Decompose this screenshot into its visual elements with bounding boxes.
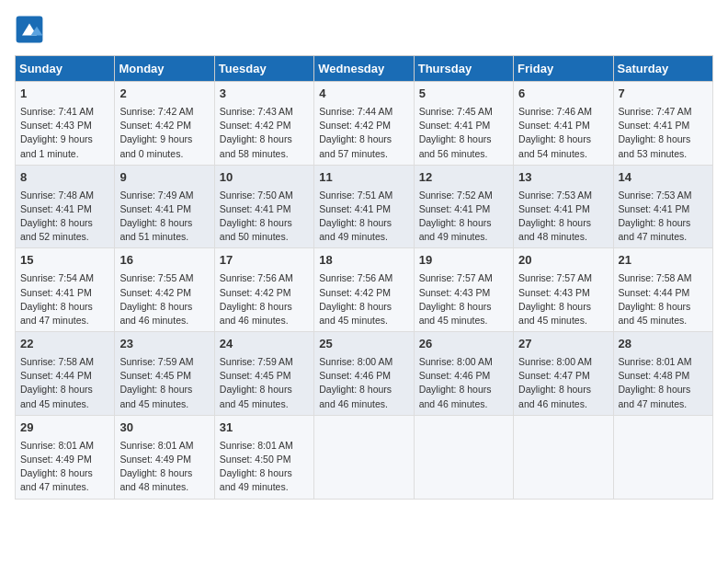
daylight-text: Daylight: 8 hours and 45 minutes. [220,383,309,410]
header-day-tuesday: Tuesday [214,56,313,82]
sunrise-text: Sunrise: 7:59 AM [119,355,209,369]
day-number: 23 [119,336,209,353]
day-number: 7 [619,86,708,103]
day-number: 25 [319,336,408,353]
calendar-cell: 1Sunrise: 7:41 AMSunset: 4:43 PMDaylight… [16,82,115,166]
calendar-week-row: 15Sunrise: 7:54 AMSunset: 4:41 PMDayligh… [16,248,713,332]
page-header [15,15,713,44]
calendar-cell: 15Sunrise: 7:54 AMSunset: 4:41 PMDayligh… [16,248,115,332]
daylight-text: Daylight: 8 hours and 49 minutes. [220,466,309,494]
daylight-text: Daylight: 8 hours and 58 minutes. [220,132,309,160]
calendar-cell: 17Sunrise: 7:56 AMSunset: 4:42 PMDayligh… [214,248,313,332]
calendar-cell: 29Sunrise: 8:01 AMSunset: 4:49 PMDayligh… [16,415,115,499]
day-number: 12 [419,169,508,187]
sunrise-text: Sunrise: 7:44 AM [319,105,408,119]
sunrise-text: Sunrise: 7:59 AM [220,355,309,369]
sunset-text: Sunset: 4:46 PM [319,369,408,383]
sunset-text: Sunset: 4:41 PM [20,286,109,300]
daylight-text: Daylight: 8 hours and 53 minutes. [619,132,708,160]
sunrise-text: Sunrise: 7:56 AM [220,271,309,285]
sunrise-text: Sunrise: 7:57 AM [518,271,608,285]
daylight-text: Daylight: 8 hours and 45 minutes. [619,300,708,327]
sunset-text: Sunset: 4:42 PM [119,286,209,300]
day-number: 6 [518,86,608,103]
sunrise-text: Sunrise: 7:55 AM [119,271,209,285]
calendar-body: 1Sunrise: 7:41 AMSunset: 4:43 PMDaylight… [16,82,713,500]
day-number: 4 [319,86,408,103]
daylight-text: Daylight: 8 hours and 48 minutes. [119,466,209,494]
sunrise-text: Sunrise: 7:46 AM [518,105,608,119]
day-number: 2 [119,86,209,103]
calendar-cell: 25Sunrise: 8:00 AMSunset: 4:46 PMDayligh… [314,332,414,416]
sunset-text: Sunset: 4:41 PM [119,202,209,216]
calendar-cell: 14Sunrise: 7:53 AMSunset: 4:41 PMDayligh… [613,165,712,248]
sunrise-text: Sunrise: 7:51 AM [319,189,408,202]
calendar-week-row: 1Sunrise: 7:41 AMSunset: 4:43 PMDaylight… [16,82,713,166]
day-number: 18 [319,252,408,270]
sunset-text: Sunset: 4:50 PM [220,453,309,466]
calendar-cell: 20Sunrise: 7:57 AMSunset: 4:43 PMDayligh… [514,248,613,332]
day-number: 13 [518,169,608,187]
sunrise-text: Sunrise: 8:01 AM [220,439,309,453]
sunset-text: Sunset: 4:42 PM [220,286,309,300]
calendar-cell: 31Sunrise: 8:01 AMSunset: 4:50 PMDayligh… [214,415,313,499]
sunset-text: Sunset: 4:41 PM [619,202,708,216]
sunset-text: Sunset: 4:49 PM [20,453,109,466]
sunrise-text: Sunrise: 7:48 AM [20,189,109,202]
daylight-text: Daylight: 8 hours and 49 minutes. [419,216,508,244]
sunrise-text: Sunrise: 8:01 AM [619,355,708,369]
sunset-text: Sunset: 4:41 PM [220,202,309,216]
sunset-text: Sunset: 4:44 PM [619,286,708,300]
daylight-text: Daylight: 8 hours and 48 minutes. [518,216,608,244]
day-number: 3 [220,86,309,103]
daylight-text: Daylight: 8 hours and 47 minutes. [619,383,708,410]
daylight-text: Daylight: 8 hours and 47 minutes. [20,466,109,494]
daylight-text: Daylight: 8 hours and 45 minutes. [319,300,408,327]
sunrise-text: Sunrise: 7:58 AM [619,271,708,285]
day-number: 22 [20,336,109,353]
calendar-cell: 21Sunrise: 7:58 AMSunset: 4:44 PMDayligh… [613,248,712,332]
daylight-text: Daylight: 8 hours and 49 minutes. [319,216,408,244]
logo [15,15,48,44]
calendar-cell: 7Sunrise: 7:47 AMSunset: 4:41 PMDaylight… [613,82,712,166]
day-number: 19 [419,252,508,270]
daylight-text: Daylight: 8 hours and 46 minutes. [419,383,508,410]
calendar-cell: 3Sunrise: 7:43 AMSunset: 4:42 PMDaylight… [214,82,313,166]
day-number: 15 [20,252,109,270]
calendar-cell: 5Sunrise: 7:45 AMSunset: 4:41 PMDaylight… [414,82,513,166]
header-day-monday: Monday [115,56,214,82]
daylight-text: Daylight: 8 hours and 45 minutes. [518,300,608,327]
daylight-text: Daylight: 8 hours and 45 minutes. [419,300,508,327]
daylight-text: Daylight: 8 hours and 45 minutes. [119,383,209,410]
daylight-text: Daylight: 8 hours and 57 minutes. [319,132,408,160]
calendar-cell: 24Sunrise: 7:59 AMSunset: 4:45 PMDayligh… [214,332,313,416]
calendar-table: SundayMondayTuesdayWednesdayThursdayFrid… [15,55,713,500]
sunrise-text: Sunrise: 7:49 AM [119,189,209,202]
calendar-cell: 6Sunrise: 7:46 AMSunset: 4:41 PMDaylight… [514,82,613,166]
day-number: 24 [220,336,309,353]
sunrise-text: Sunrise: 8:00 AM [319,355,408,369]
daylight-text: Daylight: 8 hours and 52 minutes. [20,216,109,244]
daylight-text: Daylight: 8 hours and 50 minutes. [220,216,309,244]
calendar-cell: 19Sunrise: 7:57 AMSunset: 4:43 PMDayligh… [414,248,513,332]
day-number: 16 [119,252,209,270]
sunrise-text: Sunrise: 7:43 AM [220,105,309,119]
calendar-cell: 8Sunrise: 7:48 AMSunset: 4:41 PMDaylight… [16,165,115,248]
daylight-text: Daylight: 8 hours and 47 minutes. [619,216,708,244]
header-day-sunday: Sunday [16,56,115,82]
sunrise-text: Sunrise: 7:41 AM [20,105,109,119]
sunset-text: Sunset: 4:49 PM [119,453,209,466]
sunrise-text: Sunrise: 7:53 AM [518,189,608,202]
daylight-text: Daylight: 8 hours and 51 minutes. [119,216,209,244]
sunset-text: Sunset: 4:44 PM [20,369,109,383]
sunset-text: Sunset: 4:41 PM [518,202,608,216]
daylight-text: Daylight: 8 hours and 46 minutes. [119,300,209,327]
day-number: 28 [619,336,708,353]
calendar-cell: 13Sunrise: 7:53 AMSunset: 4:41 PMDayligh… [514,165,613,248]
day-number: 11 [319,169,408,187]
header-day-wednesday: Wednesday [314,56,414,82]
daylight-text: Daylight: 8 hours and 54 minutes. [518,132,608,160]
day-number: 1 [20,86,109,103]
logo-icon [15,15,44,44]
sunset-text: Sunset: 4:42 PM [319,286,408,300]
